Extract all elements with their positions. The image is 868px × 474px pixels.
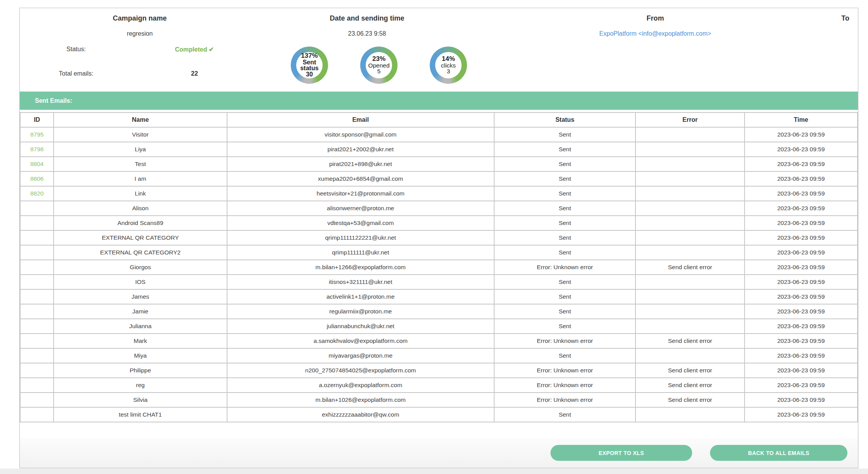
- cell-email: a.samokhvalov@expoplatform.com: [227, 334, 494, 348]
- cell-time: 2023-06-23 09:59: [745, 260, 858, 275]
- cell-status: Sent: [494, 245, 636, 260]
- cell-status: Error: Unknown error: [494, 393, 636, 407]
- cell-name: Philippe: [54, 363, 227, 378]
- cell-id: [20, 230, 54, 245]
- cell-error: [635, 289, 744, 304]
- cell-status: Sent: [494, 319, 636, 334]
- cell-time: 2023-06-23 09:59: [745, 127, 858, 142]
- sent-emails-table-wrap: IDNameEmailStatusErrorTime 8795Visitorvi…: [20, 112, 858, 422]
- cell-time: 2023-06-23 09:59: [745, 319, 858, 334]
- cell-id[interactable]: 8804: [20, 157, 54, 171]
- gauge-ring: 137%Sentstatus30: [291, 47, 328, 84]
- table-body: 8795Visitorvisitor.sponsor@gmail.comSent…: [20, 127, 858, 422]
- cell-time: 2023-06-23 09:59: [745, 275, 858, 289]
- cell-id: [20, 393, 54, 407]
- cell-status: Sent: [494, 348, 636, 363]
- cell-email: n200_275074854025@expoplatform.com: [227, 363, 494, 378]
- sent-emails-bar: Sent Emails:: [20, 92, 858, 110]
- cell-error: Send client error: [635, 260, 744, 275]
- campaign-name-header: Campaign name: [20, 14, 260, 22]
- cell-time: 2023-06-23 09:59: [745, 171, 858, 186]
- cell-error: Send client error: [635, 363, 744, 378]
- cell-time: 2023-06-23 09:59: [745, 245, 858, 260]
- cell-time: 2023-06-23 09:59: [745, 407, 858, 422]
- check-icon: ✔: [209, 46, 214, 53]
- sent-emails-title: Sent Emails:: [35, 97, 72, 104]
- cell-id[interactable]: 8806: [20, 171, 54, 186]
- cell-email: heetsvisitor+21@protonmail.com: [227, 186, 494, 201]
- cell-status: Sent: [494, 289, 636, 304]
- cell-id[interactable]: 8798: [20, 142, 54, 157]
- table-row: Giorgosm.bilan+1266@expoplatform.comErro…: [20, 260, 858, 275]
- cell-email: m.bilan+1266@expoplatform.com: [227, 260, 494, 275]
- cell-email: activelink1+1@proton.me: [227, 289, 494, 304]
- cell-error: [635, 230, 744, 245]
- gauges: 137%Sentstatus3023%Opened514%clicks3: [291, 47, 467, 84]
- cell-name: Link: [54, 186, 227, 201]
- cell-id: [20, 363, 54, 378]
- table-row: 8820Linkheetsvisitor+21@protonmail.comSe…: [20, 186, 858, 201]
- cell-email: a.ozernyuk@expoplatform.com: [227, 378, 494, 393]
- table-row: Alisonalisonwerner@proton.meSent2023-06-…: [20, 201, 858, 216]
- cell-error: [635, 171, 744, 186]
- cell-email: miyavargas@proton.me: [227, 348, 494, 363]
- gauge-label: 137%Sentstatus30: [296, 52, 323, 78]
- cell-time: 2023-06-23 09:59: [745, 304, 858, 319]
- gauge-label: 14%clicks3: [435, 52, 462, 78]
- table-row: EXTERNAL QR CATEGORY2qrimp111111@ukr.net…: [20, 245, 858, 260]
- export-to-xls-button[interactable]: EXPORT TO XLS: [550, 445, 692, 461]
- cell-time: 2023-06-23 09:59: [745, 216, 858, 230]
- cell-error: Send client error: [635, 334, 744, 348]
- table-row: EXTERNAL QR CATEGORYqrimp1111122221@ukr.…: [20, 230, 858, 245]
- cell-id: [20, 216, 54, 230]
- cell-error: [635, 127, 744, 142]
- cell-status: Sent: [494, 157, 636, 171]
- table-row: rega.ozernyuk@expoplatform.comError: Unk…: [20, 378, 858, 393]
- from-header: From: [474, 14, 836, 22]
- cell-name: reg: [54, 378, 227, 393]
- cell-id: [20, 275, 54, 289]
- cell-email: juliannabunchuk@ukr.net: [227, 319, 494, 334]
- column-header-id: ID: [20, 112, 54, 127]
- cell-email: vdtestqa+53@gmail.com: [227, 216, 494, 230]
- cell-id: [20, 378, 54, 393]
- cell-name: Mark: [54, 334, 227, 348]
- campaign-report-card: Campaign name regresion Status: Complete…: [19, 8, 858, 468]
- column-header-error: Error: [635, 112, 744, 127]
- cell-error: [635, 201, 744, 216]
- table-row: 8804Testpirat2021+898@ukr.netSent2023-06…: [20, 157, 858, 171]
- table-row: Marka.samokhvalov@expoplatform.comError:…: [20, 334, 858, 348]
- back-to-all-emails-button[interactable]: BACK TO ALL EMAILS: [710, 445, 847, 461]
- cell-email: itisnos+321111@ukr.net: [227, 275, 494, 289]
- table-row: 8795Visitorvisitor.sponsor@gmail.comSent…: [20, 127, 858, 142]
- column-header-name: Name: [54, 112, 227, 127]
- date-header: Date and sending time: [260, 14, 474, 22]
- cell-id: [20, 348, 54, 363]
- cell-time: 2023-06-23 09:59: [745, 378, 858, 393]
- cell-time: 2023-06-23 09:59: [745, 348, 858, 363]
- cell-name: Julianna: [54, 319, 227, 334]
- page-bottom-strip: [0, 469, 868, 474]
- cell-id: [20, 245, 54, 260]
- cell-error: [635, 142, 744, 157]
- table-row: 8798Liyapirat2021+2002@ukr.netSent2023-0…: [20, 142, 858, 157]
- cell-email: pirat2021+2002@ukr.net: [227, 142, 494, 157]
- sent-emails-table: IDNameEmailStatusErrorTime 8795Visitorvi…: [20, 112, 858, 422]
- cell-id[interactable]: 8820: [20, 186, 54, 201]
- status-row: Status: Completed ✔: [20, 46, 260, 53]
- cell-status: Error: Unknown error: [494, 260, 636, 275]
- cell-status: Sent: [494, 127, 636, 142]
- cell-status: Sent: [494, 230, 636, 245]
- cell-time: 2023-06-23 09:59: [745, 230, 858, 245]
- from-email-link[interactable]: ExpoPlatform <info@expoplatform.com>: [599, 30, 711, 37]
- column-header-email: Email: [227, 112, 494, 127]
- cell-name: Liya: [54, 142, 227, 157]
- table-row: Miyamiyavargas@proton.meSent2023-06-23 0…: [20, 348, 858, 363]
- total-emails-label: Total emails:: [20, 70, 132, 77]
- cell-name: Visitor: [54, 127, 227, 142]
- status-text: Completed: [175, 46, 207, 53]
- cell-status: Sent: [494, 275, 636, 289]
- column-header-time: Time: [745, 112, 858, 127]
- cell-id[interactable]: 8795: [20, 127, 54, 142]
- campaign-summary-header: Campaign name regresion Status: Complete…: [20, 8, 858, 92]
